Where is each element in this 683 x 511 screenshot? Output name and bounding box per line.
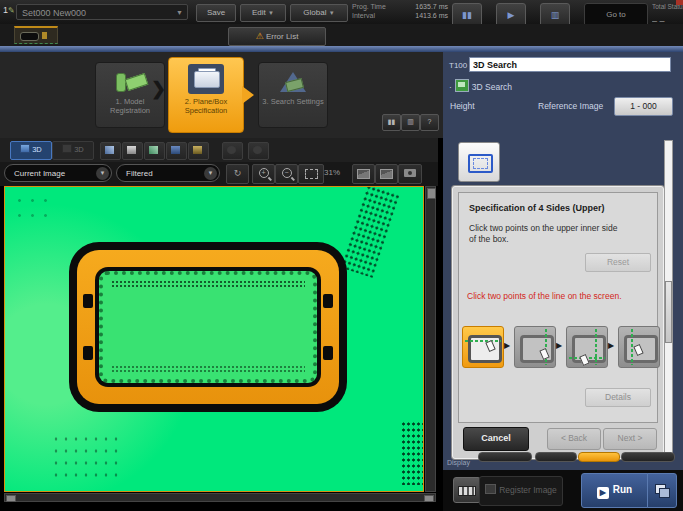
box-specification-tool-button[interactable]	[458, 142, 500, 182]
viewer-toolbar-top: 3D 3D	[0, 138, 438, 162]
panes-icon: ▮▮	[388, 118, 396, 125]
snapshot-button[interactable]	[352, 164, 375, 184]
fit-screen-icon	[305, 169, 318, 179]
interval-label: Interval	[352, 12, 375, 19]
edit-label: Edit	[252, 8, 266, 17]
split-view-button[interactable]: ▮▮	[382, 114, 401, 131]
guide-line	[595, 329, 597, 365]
overlay-button-2[interactable]	[248, 142, 269, 160]
scroll-up-button[interactable]	[427, 188, 436, 199]
overlay-icon	[253, 146, 262, 154]
edit-menu-button[interactable]: Edit ▼	[240, 4, 286, 22]
back-button[interactable]: < Back	[547, 428, 601, 450]
zoom-out-icon: −	[282, 168, 292, 178]
step-plane-box-specification[interactable]: 2. Plane/Box Specification	[168, 57, 244, 133]
wizard-step-thumbnail-3	[566, 326, 608, 368]
noise-speckle	[51, 433, 121, 477]
noise-speckle	[111, 280, 305, 289]
scroll-right-button[interactable]	[424, 495, 434, 502]
run-button[interactable]: ▶Run	[581, 473, 648, 508]
export-image-button[interactable]	[375, 164, 398, 184]
detected-box-object	[69, 242, 347, 412]
overlay-button-1[interactable]	[222, 142, 243, 160]
image-source-value: Current Image	[14, 169, 65, 178]
save-button[interactable]: Save	[196, 4, 236, 22]
reference-image-button[interactable]: 1 - 000	[614, 97, 673, 116]
camera-tab[interactable]	[14, 26, 58, 44]
chevron-down-icon: ▼	[268, 10, 274, 16]
grid-view-button[interactable]: ▥	[401, 114, 420, 131]
status-indicator	[676, 0, 683, 5]
run-options-button[interactable]	[647, 473, 677, 508]
height-map-icon	[105, 146, 114, 154]
height-label: Height	[450, 101, 475, 111]
global-menu-button[interactable]: Global ▼	[290, 4, 348, 22]
horizontal-scrollbar[interactable]	[4, 493, 436, 502]
image-source-dropdown[interactable]: Current Image ▼	[4, 164, 112, 182]
scroll-left-button[interactable]	[6, 495, 16, 502]
reset-button[interactable]: Reset	[585, 253, 651, 272]
tool-name-input[interactable]	[469, 57, 671, 72]
noise-speckle	[340, 186, 400, 278]
register-image-button[interactable]: Register Image	[479, 476, 563, 506]
display-label: Display	[447, 459, 470, 466]
camera-image-view[interactable]	[4, 186, 424, 492]
box-side-tab	[83, 346, 93, 360]
plane-box-icon	[188, 64, 224, 94]
project-selector[interactable]: Set000 New000 ▼	[16, 4, 188, 20]
help-button[interactable]: ?	[420, 114, 439, 131]
program-number-badge: 1✎	[3, 5, 15, 15]
chevron-down-icon: ▼	[176, 5, 183, 21]
arrow-right-icon: ▶	[556, 341, 562, 350]
display-tab-3-active[interactable]	[578, 452, 620, 462]
image-history-button[interactable]	[453, 477, 481, 503]
play-icon: ▶	[597, 487, 609, 499]
next-button[interactable]: Next >	[603, 428, 657, 450]
run-label: Run	[613, 484, 632, 495]
scrollbar-thumb[interactable]	[665, 281, 672, 343]
export-icon	[380, 169, 393, 179]
details-button[interactable]: Details	[585, 388, 651, 407]
display-tab-1[interactable]	[478, 452, 532, 462]
display-mode-button-3[interactable]	[144, 142, 165, 160]
error-list-button[interactable]: ⚠ Error List	[228, 27, 326, 46]
workflow-strip: 1. Model Registration ❯ 2. Plane/Box Spe…	[0, 52, 443, 138]
zoom-in-icon: +	[259, 168, 269, 178]
step-search-settings[interactable]: 3. Search Settings	[258, 62, 328, 128]
grid-icon: ▥	[407, 118, 414, 125]
zoom-out-button[interactable]: −	[275, 164, 298, 184]
filter-dropdown[interactable]: Filtered ▼	[116, 164, 220, 182]
snapshot-icon	[357, 169, 370, 179]
vertical-scrollbar[interactable]	[425, 186, 436, 492]
title-bar: 1✎ Set000 New000 ▼ Save Edit ▼ Global ▼ …	[0, 0, 683, 25]
arrow-right-icon: ▶	[608, 341, 614, 350]
display-mode-button-4[interactable]	[166, 142, 187, 160]
cancel-button[interactable]: Cancel	[463, 427, 529, 451]
help-icon: ?	[428, 118, 432, 125]
display-mode-button-1[interactable]	[100, 142, 121, 160]
filmstrip-icon	[458, 486, 476, 496]
view-3d-toggle-active[interactable]: 3D	[10, 141, 52, 160]
guide-line	[465, 340, 501, 342]
view-3d-toggle-inactive[interactable]: 3D	[52, 141, 94, 160]
zoom-in-button[interactable]: +	[252, 164, 275, 184]
box-side-tab	[323, 346, 333, 360]
view-3d-label: 3D	[74, 145, 84, 154]
register-image-icon	[485, 484, 496, 494]
capture-button[interactable]	[398, 164, 422, 184]
display-mode-button-2[interactable]	[122, 142, 143, 160]
display-tab-4[interactable]	[621, 452, 675, 462]
box-glyph	[520, 335, 554, 363]
box-inner-edge	[95, 267, 321, 387]
display-mode-button-5[interactable]	[188, 142, 209, 160]
chevron-down-icon: ▼	[96, 167, 109, 180]
tool-tree-item[interactable]: ·3D Search	[449, 79, 512, 92]
fit-to-screen-button[interactable]	[298, 164, 324, 184]
box-side-tab	[323, 294, 333, 308]
display-tab-2[interactable]	[535, 452, 577, 462]
viewer-toolbar-bottom: Current Image ▼ Filtered ▼ ↻ + − 31%	[0, 162, 438, 186]
dialog-scrollbar[interactable]	[664, 140, 673, 457]
refresh-button[interactable]: ↻	[226, 164, 249, 184]
prog-time-label: Prog. Time	[352, 3, 386, 10]
project-name: Set000 New000	[22, 8, 86, 18]
